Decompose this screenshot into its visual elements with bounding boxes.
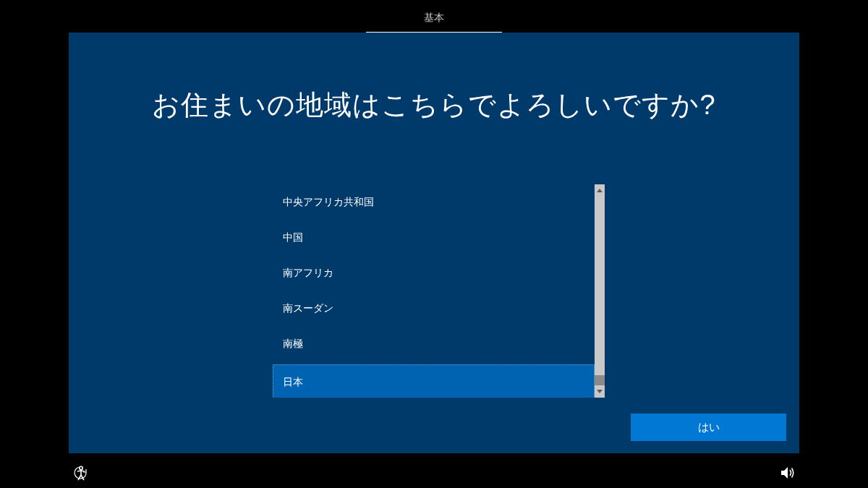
region-list-wrapper: 中央アフリカ共和国 中国 南アフリカ 南スーダン 南極 日本 xyxy=(273,184,595,398)
region-item[interactable]: 南アフリカ xyxy=(273,255,595,291)
region-item[interactable]: 中央アフリカ共和国 xyxy=(273,184,595,220)
region-item[interactable]: 南スーダン xyxy=(273,291,595,326)
region-item[interactable]: 中国 xyxy=(273,220,595,255)
region-item[interactable]: 南極 xyxy=(273,326,595,361)
region-item-selected[interactable]: 日本 xyxy=(273,364,595,398)
tab-basic[interactable]: 基本 xyxy=(366,7,502,34)
scroll-down-arrow[interactable] xyxy=(595,385,605,398)
accessibility-icon[interactable] xyxy=(72,465,90,482)
bottom-icon-bar xyxy=(0,461,868,482)
page-title: お住まいの地域はこちらでよろしいですか? xyxy=(69,87,799,124)
tab-bar: 基本 xyxy=(0,7,868,34)
scrollbar[interactable] xyxy=(595,184,605,398)
yes-button[interactable]: はい xyxy=(631,414,786,441)
region-list[interactable]: 中央アフリカ共和国 中国 南アフリカ 南スーダン 南極 日本 xyxy=(273,184,595,398)
scroll-track[interactable] xyxy=(595,197,605,385)
scroll-up-arrow[interactable] xyxy=(595,184,605,197)
scroll-thumb[interactable] xyxy=(595,375,605,385)
main-panel: お住まいの地域はこちらでよろしいですか? 中央アフリカ共和国 中国 南アフリカ … xyxy=(69,33,799,453)
volume-icon[interactable] xyxy=(780,465,796,481)
